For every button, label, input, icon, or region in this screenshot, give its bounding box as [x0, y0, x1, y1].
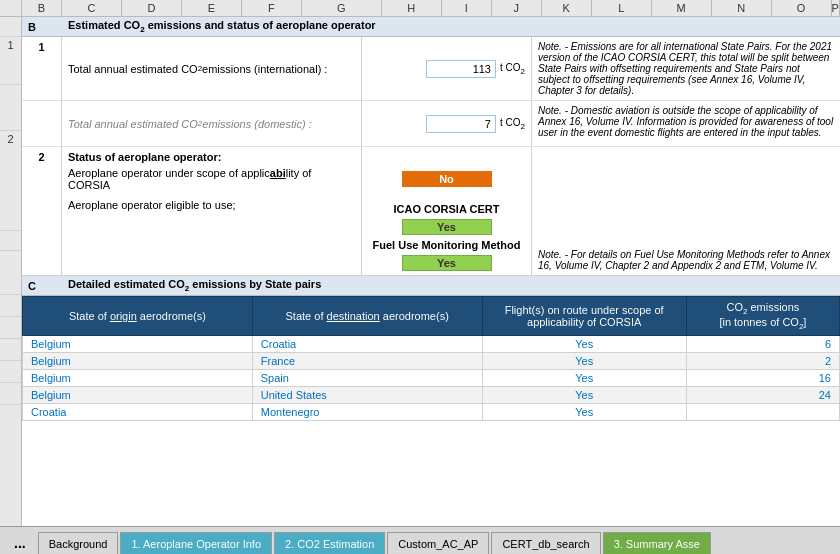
row2-desc-area: Status of aeroplane operator: Aeroplane … — [62, 147, 362, 275]
section-c-header: C Detailed estimated CO2 emissions by St… — [22, 276, 840, 296]
fuel-yes-button[interactable]: Yes — [402, 255, 492, 271]
tab-summary[interactable]: 3. Summary Asse — [603, 532, 711, 554]
td-origin: Belgium — [23, 336, 253, 353]
row-num-thead — [0, 251, 21, 295]
td-destination: France — [252, 353, 482, 370]
section-b-title: Estimated CO2 emissions and status of ae… — [68, 19, 376, 34]
td-co2: 24 — [686, 387, 839, 404]
icao-yes-button[interactable]: Yes — [402, 219, 492, 235]
row-num-2: 2 — [0, 131, 21, 231]
tab-dots[interactable]: ... — [4, 532, 36, 554]
column-headers: B C D E F G H I J K L M N O P — [0, 0, 840, 17]
td-flights: Yes — [482, 404, 686, 421]
row1b-value-input[interactable] — [426, 115, 496, 133]
col-M: M — [652, 0, 712, 16]
td-flights: Yes — [482, 353, 686, 370]
row-num-tr2 — [0, 317, 21, 339]
th-origin: State of origin aerodrome(s) — [23, 297, 253, 336]
row-number-column: 1 2 — [0, 17, 22, 526]
row1b-num — [22, 101, 62, 146]
section-b-label: B — [28, 21, 68, 33]
row1b-note: Note. - Domestic aviation is outside the… — [532, 101, 840, 146]
section-b-header: B Estimated CO2 emissions and status of … — [22, 17, 840, 37]
col-P: P — [832, 0, 840, 16]
col-G: G — [302, 0, 382, 16]
table-row: Belgium United States Yes 24 — [23, 387, 840, 404]
row-international-co2: 1 Total annual estimated CO2 emissions (… — [22, 37, 840, 101]
col-B: B — [22, 0, 62, 16]
row2-status-label: Status of aeroplane operator: — [68, 151, 355, 163]
td-flights: Yes — [482, 336, 686, 353]
col-L: L — [592, 0, 652, 16]
row-num-b — [0, 17, 21, 37]
row1-desc: Total annual estimated CO2 emissions (in… — [62, 37, 362, 100]
row1-num: 1 — [22, 37, 62, 100]
table-row: Belgium Croatia Yes 6 — [23, 336, 840, 353]
td-destination: United States — [252, 387, 482, 404]
no-button-container: No — [402, 171, 492, 187]
td-co2: 2 — [686, 353, 839, 370]
row1-unit: t CO2 — [500, 62, 525, 76]
icao-label: ICAO CORSIA CERT — [394, 203, 500, 215]
td-co2 — [686, 404, 839, 421]
col-K: K — [542, 0, 592, 16]
section-c-title: Detailed estimated CO2 emissions by Stat… — [68, 278, 321, 293]
row-num-tr4 — [0, 361, 21, 383]
row-num-1: 1 — [0, 37, 21, 85]
td-flights: Yes — [482, 387, 686, 404]
td-origin: Belgium — [23, 370, 253, 387]
row1b-unit: t CO2 — [500, 117, 525, 131]
fuel-label: Fuel Use Monitoring Method — [373, 239, 521, 251]
td-flights: Yes — [482, 370, 686, 387]
table-row: Belgium Spain Yes 16 — [23, 370, 840, 387]
tab-cert-db-search[interactable]: CERT_db_search — [491, 532, 600, 554]
no-button[interactable]: No — [402, 171, 492, 187]
row1b-desc: Total annual estimated CO2 emissions (do… — [62, 101, 362, 146]
row2-subdesc: Aeroplane operator under scope of applic… — [68, 167, 355, 191]
th-flights: Flight(s) on route under scope of applic… — [482, 297, 686, 336]
th-destination: State of destination aerodrome(s) — [252, 297, 482, 336]
td-co2: 6 — [686, 336, 839, 353]
table-row: Belgium France Yes 2 — [23, 353, 840, 370]
table-row: Croatia Montenegro Yes — [23, 404, 840, 421]
tab-co2-estimation[interactable]: 2. CO2 Estimation — [274, 532, 385, 554]
section-c-label: C — [28, 280, 68, 292]
td-destination: Montenegro — [252, 404, 482, 421]
td-co2: 16 — [686, 370, 839, 387]
row-num-tr3 — [0, 339, 21, 361]
row-num-1b — [0, 85, 21, 131]
row-status: 2 Status of aeroplane operator: Aeroplan… — [22, 147, 840, 276]
td-origin: Belgium — [23, 387, 253, 404]
col-F: F — [242, 0, 302, 16]
row-num-tr1 — [0, 295, 21, 317]
row2-num: 2 — [22, 147, 62, 275]
td-origin: Belgium — [23, 353, 253, 370]
row-num-c — [0, 231, 21, 251]
row-domestic-co2: Total annual estimated CO2 emissions (do… — [22, 101, 840, 147]
row-num-tr5 — [0, 383, 21, 405]
col-E: E — [182, 0, 242, 16]
col-O: O — [772, 0, 832, 16]
row2-eligible-label: Aeroplane operator eligible to use; — [68, 199, 355, 211]
tab-bar: ... Background 1. Aeroplane Operator Inf… — [0, 526, 840, 554]
col-H: H — [382, 0, 442, 16]
tab-background[interactable]: Background — [38, 532, 119, 554]
row2-controls: No ICAO CORSIA CERT Yes Fuel Use Monitor… — [362, 147, 532, 275]
tab-ao-info[interactable]: 1. Aeroplane Operator Info — [120, 532, 272, 554]
state-pairs-table-container: State of origin aerodrome(s) State of de… — [22, 296, 840, 526]
col-J: J — [492, 0, 542, 16]
col-I: I — [442, 0, 492, 16]
state-pairs-table: State of origin aerodrome(s) State of de… — [22, 296, 840, 421]
td-destination: Spain — [252, 370, 482, 387]
row1-note: Note. - Emissions are for all internatio… — [532, 37, 840, 100]
col-D: D — [122, 0, 182, 16]
col-C: C — [62, 0, 122, 16]
td-origin: Croatia — [23, 404, 253, 421]
row1-value-input[interactable] — [426, 60, 496, 78]
row1-input-area: t CO2 — [362, 37, 532, 100]
th-co2: CO2 emissions[in tonnes of CO2] — [686, 297, 839, 336]
row1b-input-area: t CO2 — [362, 101, 532, 146]
col-N: N — [712, 0, 772, 16]
td-destination: Croatia — [252, 336, 482, 353]
tab-custom-ac-ap[interactable]: Custom_AC_AP — [387, 532, 489, 554]
